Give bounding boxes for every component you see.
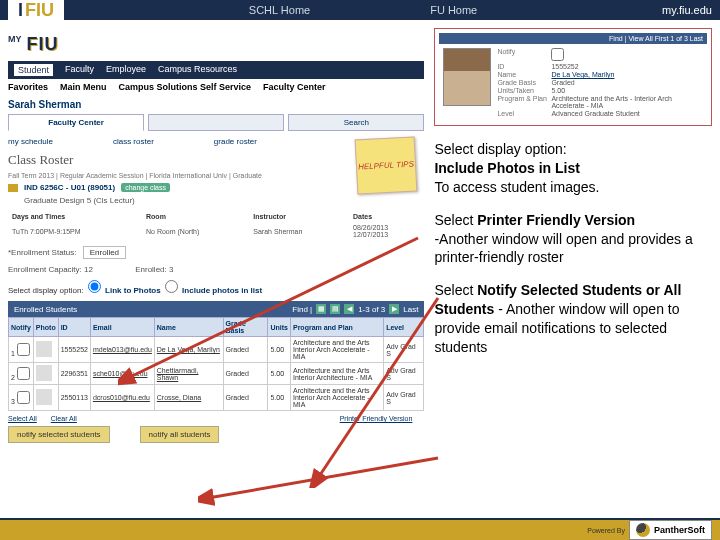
cell-name[interactable]: De La Vega, Marilyn [154,337,223,363]
card-notify-checkbox[interactable] [551,48,564,61]
enroll-cap-lbl: Enrollment Capacity: [8,265,82,274]
radio-link-photos[interactable] [88,280,101,293]
find-link[interactable]: Find | [292,305,312,314]
header-links: SCHL Home FU Home [249,4,477,16]
lbl-id: ID [497,63,547,70]
cell-email[interactable]: mdela013@fiu.edu [90,337,154,363]
cell-name[interactable]: Chettiarmadi, Shawn [154,363,223,385]
instruction-3: Select Notify Selected Students or All S… [434,281,712,357]
link-grade-roster[interactable]: grade roster [214,137,257,146]
lbl-units: Units/Taken [497,87,547,94]
course-detail: Graduate Design 5 (Cls Lectur) [24,196,424,205]
enroll-status-val[interactable]: Enrolled [83,246,126,259]
cell-program: Architecture and the Arts Interior Arch … [290,385,383,411]
notify-checkbox[interactable] [17,391,30,404]
cell-name[interactable]: Crosse, Diana [154,385,223,411]
bottom-links: Select All Clear All Printer Friendly Ve… [8,415,424,422]
svg-line-2 [208,458,438,498]
lbl-program: Program & Plan [497,95,547,109]
th-instr: Instructor [249,211,349,222]
link-class-roster[interactable]: class roster [113,137,154,146]
instruction-1: Select display option: Include Photos in… [434,140,712,197]
val-program: Architecture and the Arts - Interior Arc… [551,95,703,109]
header-link-schl[interactable]: SCHL Home [249,4,310,16]
meeting-table: Days and Times Room Instructor Dates TuT… [8,211,424,240]
lbl-name: Name [497,71,547,78]
lbl-notify: Notify [497,48,547,62]
enrolled-bar: Enrolled Students Find | ▦ ▤ ◀ 1-3 of 3 … [8,301,424,317]
radio-include-photos[interactable] [165,280,178,293]
logo-fiu: FIU [27,34,59,54]
tab-faculty-center[interactable]: Faculty Center [8,114,144,131]
download-icon[interactable]: ▤ [330,304,340,314]
th-photo: Photo [33,318,58,337]
nav-main[interactable]: Main Menu [60,82,107,92]
prev-page-button[interactable]: ◀ [344,304,354,314]
fc-tabs: Faculty Center Search [8,114,424,131]
header-link-fu[interactable]: FU Home [430,4,477,16]
card-header: Find | View All First 1 of 3 Last [439,33,707,44]
link-schedule[interactable]: my schedule [8,137,53,146]
notify-checkbox[interactable] [17,343,30,356]
last-link[interactable]: Last [403,305,418,314]
nav-favorites[interactable]: Favorites [8,82,48,92]
table-row: 3 2550113 dcros010@fiu.edu Crosse, Diana… [9,385,424,411]
th-level: Level [384,318,424,337]
notify-selected-button[interactable]: notify selected students [8,426,110,443]
val-name[interactable]: De La Vega, Marilyn [551,71,703,78]
grid-icon[interactable]: ▦ [316,304,326,314]
tab-employee[interactable]: Employee [106,64,146,76]
th-name: Name [154,318,223,337]
lbl-level: Level [497,110,547,117]
display-option-row: Select display option: Link to Photos In… [8,280,424,295]
tab-blank[interactable] [148,114,284,131]
cell-program: Architecture and the Arts Interior Arch … [290,337,383,363]
screenshot-panel: MY FIU Student Faculty Employee Campus R… [8,28,424,443]
enrolled-val: 3 [169,265,173,274]
tab-student[interactable]: Student [14,64,53,76]
card-header-r: Find | View All First 1 of 3 Last [609,35,703,42]
nav-fc[interactable]: Faculty Center [263,82,326,92]
change-class-button[interactable]: change class [121,183,170,192]
td-instr: Sarah Sherman [249,222,349,240]
tab-faculty[interactable]: Faculty [65,64,94,76]
next-page-button[interactable]: ▶ [389,304,399,314]
cell-basis: Graded [223,363,268,385]
th-room: Room [142,211,249,222]
clear-all-link[interactable]: Clear All [51,415,77,422]
pfv-link[interactable]: Printer Friendly Version [340,415,413,422]
notify-all-button[interactable]: notify all students [140,426,220,443]
enroll-cap-row: Enrollment Capacity: 12 Enrolled: 3 [8,265,424,274]
photo-icon[interactable] [36,341,52,357]
brand-prefix: I [18,0,23,21]
cell-units: 5.00 [268,363,291,385]
photo-icon[interactable] [36,365,52,381]
opt-include-photos[interactable]: Include photos in list [182,286,262,295]
cell-email[interactable]: dcros010@fiu.edu [90,385,154,411]
table-row: 2 2296351 sche010@fiu.edu Chettiarmadi, … [9,363,424,385]
nav-css[interactable]: Campus Solutions Self Service [119,82,252,92]
select-all-link[interactable]: Select All [8,415,37,422]
panthersoft-logo: PantherSoft [629,520,712,540]
action-buttons: notify selected students notify all stud… [8,426,424,443]
val-units: 5.00 [551,87,703,94]
notify-checkbox[interactable] [17,367,30,380]
cell-units: 5.00 [268,337,291,363]
enroll-status-row: *Enrollment Status: Enrolled [8,246,424,259]
display-lbl: Select display option: [8,286,84,295]
tab-campus[interactable]: Campus Resources [158,64,237,76]
td-room: No Room (North) [142,222,249,240]
cell-email[interactable]: sche010@fiu.edu [90,363,154,385]
tab-search[interactable]: Search [288,114,424,131]
header-url: my.fiu.edu [662,4,712,16]
th-basis: Grade Basis [223,318,268,337]
photo-icon[interactable] [36,389,52,405]
td-dates: 08/26/2013 12/07/2013 [349,222,424,240]
i1-l3: To access student images. [434,179,599,195]
panther-icon [636,523,650,537]
i2-l1: Select [434,212,477,228]
powered-by: Powered By [587,527,625,534]
cell-units: 5.00 [268,385,291,411]
cell-id: 2550113 [58,385,90,411]
opt-link-photos[interactable]: Link to Photos [105,286,161,295]
